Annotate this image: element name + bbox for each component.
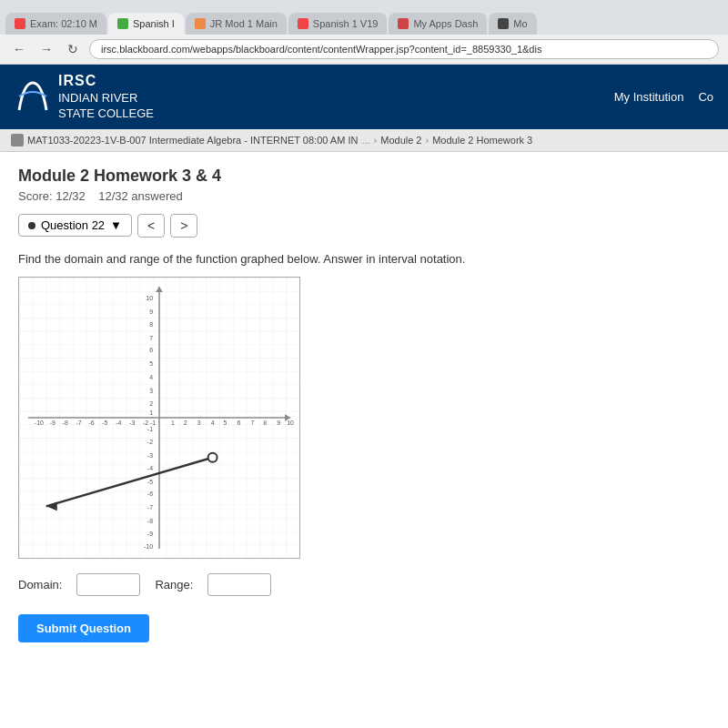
svg-text:-4: -4 bbox=[147, 464, 153, 470]
breadcrumb-assignment: Module 2 Homework 3 bbox=[432, 135, 532, 146]
svg-text:2: 2 bbox=[149, 400, 153, 407]
svg-text:4: 4 bbox=[149, 374, 153, 380]
irsc-nav: My Institution Co bbox=[614, 90, 713, 104]
forward-button[interactable]: → bbox=[36, 40, 56, 58]
domain-label: Domain: bbox=[18, 578, 62, 592]
svg-text:7: 7 bbox=[250, 420, 254, 426]
breadcrumb-module[interactable]: Module 2 bbox=[380, 135, 421, 146]
svg-text:3: 3 bbox=[149, 388, 153, 394]
spanish-tab-label: Spanish I bbox=[133, 18, 175, 29]
svg-text:-2: -2 bbox=[143, 420, 148, 426]
svg-text:5: 5 bbox=[149, 360, 153, 367]
svg-text:10: 10 bbox=[287, 420, 294, 426]
svg-text:8: 8 bbox=[263, 420, 267, 426]
svg-text:2: 2 bbox=[184, 420, 187, 426]
answered: 12/32 answered bbox=[98, 189, 183, 203]
irsc-logo-svg bbox=[15, 78, 51, 115]
svg-text:-7: -7 bbox=[147, 504, 153, 511]
svg-text:-7: -7 bbox=[76, 420, 81, 426]
back-button[interactable]: ← bbox=[9, 40, 29, 58]
breadcrumb-doc-icon bbox=[11, 134, 24, 147]
svg-text:-9: -9 bbox=[147, 531, 153, 537]
svg-text:-10: -10 bbox=[144, 543, 153, 550]
tab-bar: Exam: 02:10 M Spanish I JR Mod 1 Main Sp… bbox=[0, 0, 728, 35]
range-label: Range: bbox=[155, 578, 193, 592]
browser-window: Exam: 02:10 M Spanish I JR Mod 1 Main Sp… bbox=[0, 0, 728, 728]
myapps-tab-label: My Apps Dash bbox=[413, 18, 478, 29]
submit-button[interactable]: Submit Question bbox=[18, 614, 149, 642]
spanish2-tab-label: Spanish 1 V19 bbox=[313, 18, 379, 29]
svg-text:4: 4 bbox=[211, 420, 215, 426]
domain-input[interactable] bbox=[76, 573, 140, 596]
spanish2-tab-icon bbox=[298, 18, 308, 29]
tab-myapps[interactable]: My Apps Dash bbox=[389, 13, 487, 35]
svg-text:-1: -1 bbox=[147, 425, 153, 431]
range-input[interactable] bbox=[207, 573, 271, 596]
svg-text:6: 6 bbox=[149, 347, 153, 353]
next-question-button[interactable]: > bbox=[170, 214, 197, 238]
svg-text:-1: -1 bbox=[150, 420, 156, 426]
jr-tab-label: JR Mod 1 Main bbox=[210, 18, 278, 29]
breadcrumb-arrow2: › bbox=[426, 135, 430, 146]
my-institution-link[interactable]: My Institution bbox=[614, 90, 684, 104]
question-label: Question 22 bbox=[41, 218, 105, 232]
myapps-tab-icon bbox=[398, 18, 409, 29]
svg-text:10: 10 bbox=[146, 294, 153, 300]
svg-text:1: 1 bbox=[149, 410, 153, 416]
tab-spanish2[interactable]: Spanish 1 V19 bbox=[288, 13, 388, 35]
graph-container: -10 -9 -8 -7 -6 -5 -4 -3 -2 -1 1 2 3 4 5… bbox=[18, 277, 300, 559]
svg-text:-9: -9 bbox=[50, 420, 56, 426]
mo-tab-label: Mo bbox=[513, 18, 527, 29]
input-row: Domain: Range: bbox=[18, 573, 710, 596]
score: Score: 12/32 bbox=[18, 189, 86, 203]
tab-spanish[interactable]: Spanish I bbox=[108, 13, 184, 35]
screen-wrapper: Exam: 02:10 M Spanish I JR Mod 1 Main Sp… bbox=[0, 0, 728, 728]
school-name: INDIAN RIVER bbox=[58, 91, 154, 106]
breadcrumb-bar: MAT1033-20223-1V-B-007 Intermediate Alge… bbox=[0, 129, 728, 152]
exam-tab-label: Exam: 02:10 M bbox=[30, 18, 97, 29]
question-text: Find the domain and range of the functio… bbox=[18, 252, 710, 266]
jr-tab-icon bbox=[195, 18, 206, 29]
svg-text:3: 3 bbox=[197, 420, 201, 426]
main-content: Module 2 Homework 3 & 4 Score: 12/32 12/… bbox=[0, 152, 728, 728]
svg-text:6: 6 bbox=[238, 420, 241, 426]
irsc-logo: IRSC INDIAN RIVER STATE COLLEGE bbox=[15, 72, 154, 122]
svg-text:-6: -6 bbox=[147, 490, 153, 497]
prev-question-button[interactable]: < bbox=[137, 214, 165, 238]
svg-text:-3: -3 bbox=[147, 451, 153, 458]
school-abbr: IRSC bbox=[58, 72, 154, 91]
graph-svg: -10 -9 -8 -7 -6 -5 -4 -3 -2 -1 1 2 3 4 5… bbox=[19, 278, 299, 558]
exam-tab-icon bbox=[15, 18, 25, 29]
irsc-logo-text: IRSC INDIAN RIVER STATE COLLEGE bbox=[58, 72, 154, 122]
reload-button[interactable]: ↻ bbox=[64, 40, 82, 58]
dropdown-arrow-icon: ▼ bbox=[110, 218, 122, 232]
question-dot bbox=[28, 222, 35, 229]
tab-exam[interactable]: Exam: 02:10 M bbox=[5, 13, 106, 35]
question-select[interactable]: Question 22 ▼ bbox=[18, 214, 132, 237]
svg-point-46 bbox=[208, 452, 217, 461]
tab-mo[interactable]: Mo bbox=[489, 13, 536, 35]
svg-text:7: 7 bbox=[149, 334, 153, 340]
svg-text:8: 8 bbox=[149, 320, 153, 327]
svg-text:-5: -5 bbox=[147, 478, 153, 484]
spanish-tab-icon bbox=[117, 18, 128, 29]
svg-text:-2: -2 bbox=[147, 438, 153, 444]
school-subtitle: STATE COLLEGE bbox=[58, 106, 154, 122]
mo-tab-icon bbox=[498, 18, 509, 29]
svg-text:-3: -3 bbox=[129, 420, 135, 426]
svg-text:1: 1 bbox=[171, 420, 175, 426]
page-title: Module 2 Homework 3 & 4 bbox=[18, 167, 710, 186]
breadcrumb-arrow1: › bbox=[374, 135, 378, 146]
svg-text:5: 5 bbox=[224, 420, 228, 426]
svg-text:9: 9 bbox=[277, 420, 280, 426]
address-input[interactable] bbox=[89, 39, 719, 59]
svg-text:-8: -8 bbox=[147, 518, 153, 524]
co-link[interactable]: Co bbox=[698, 90, 713, 104]
address-bar: ← → ↻ bbox=[0, 35, 728, 65]
svg-text:-5: -5 bbox=[102, 420, 107, 426]
breadcrumb-sep1: ... bbox=[361, 135, 369, 146]
score-line: Score: 12/32 12/32 answered bbox=[18, 189, 710, 203]
tab-jr[interactable]: JR Mod 1 Main bbox=[186, 13, 287, 35]
question-nav: Question 22 ▼ < > bbox=[18, 214, 710, 238]
svg-text:-10: -10 bbox=[35, 420, 44, 426]
